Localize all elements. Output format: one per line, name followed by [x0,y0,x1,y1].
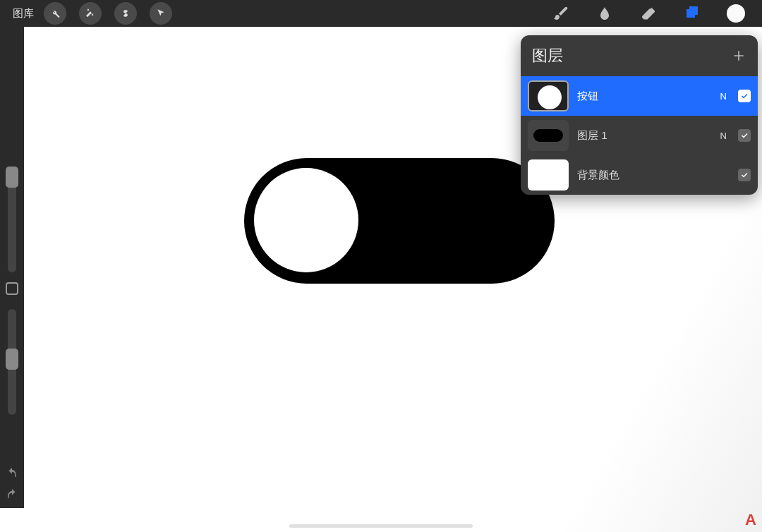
eraser-icon [640,5,657,22]
wand-button[interactable] [79,2,102,25]
layer-thumbnail [528,159,569,191]
left-sidebar [0,27,24,508]
corner-watermark: A [745,511,756,529]
color-swatch[interactable] [727,4,745,23]
s-icon [121,8,131,18]
eraser-button[interactable] [634,0,663,27]
layer-name-label: 按钮 [577,90,712,103]
redo-icon [6,488,18,501]
layer-blend-mode[interactable]: N [720,91,727,102]
gallery-button[interactable]: 图库 [6,7,41,20]
check-icon [740,92,749,100]
home-indicator [289,524,473,528]
brush-icon [552,5,569,22]
smudge-icon [596,5,613,22]
slider-thumb[interactable] [6,349,18,370]
layers-panel: 图层 按钮 N 图层 1 N 背景颜色 [521,35,758,195]
undo-button[interactable] [4,466,20,481]
layers-icon [684,5,701,22]
cursor-icon [156,8,166,18]
layer-thumbnail [528,80,569,111]
undo-icon [6,467,18,480]
layer-row[interactable]: 图层 1 N [521,116,758,155]
layer-visibility-checkbox[interactable] [738,90,751,102]
layer-visibility-checkbox[interactable] [738,129,751,142]
layer-name-label: 图层 1 [577,129,712,143]
layer-name-label: 背景颜色 [577,169,718,182]
transform-button[interactable] [150,2,172,25]
smudge-button[interactable] [590,0,619,27]
wrench-icon [49,8,61,19]
brush-button[interactable] [546,0,576,27]
opacity-slider[interactable] [8,309,16,415]
redo-button[interactable] [4,487,20,502]
plus-icon [732,49,746,63]
check-icon [740,171,749,179]
brush-size-slider[interactable] [8,167,16,272]
check-icon [740,131,749,140]
top-toolbar: 图库 [0,0,762,27]
slider-thumb[interactable] [6,167,18,188]
canvas-circle-knob [254,168,358,272]
layers-panel-header: 图层 [521,35,758,76]
add-layer-button[interactable] [731,48,746,64]
layers-button[interactable] [677,0,707,27]
layer-row[interactable]: 背景颜色 [521,155,758,195]
wand-icon [85,8,96,19]
layer-thumbnail [528,120,569,151]
layer-blend-mode[interactable]: N [720,131,727,141]
layers-panel-title: 图层 [532,45,563,66]
layer-row[interactable]: 按钮 N [521,76,758,116]
layer-visibility-checkbox[interactable] [738,169,751,181]
color-picker-button[interactable] [721,0,751,27]
selection-button[interactable] [114,2,137,25]
modify-button[interactable] [6,282,18,295]
adjustments-button[interactable] [44,2,66,25]
